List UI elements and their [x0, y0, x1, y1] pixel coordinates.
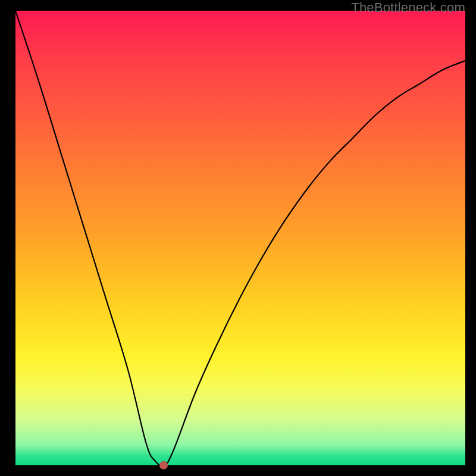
plot-area [15, 11, 465, 465]
bottleneck-curve [15, 11, 465, 465]
chart-frame: TheBottleneck.com [0, 0, 476, 476]
optimal-point-marker [159, 461, 168, 469]
watermark-text: TheBottleneck.com [351, 0, 465, 15]
